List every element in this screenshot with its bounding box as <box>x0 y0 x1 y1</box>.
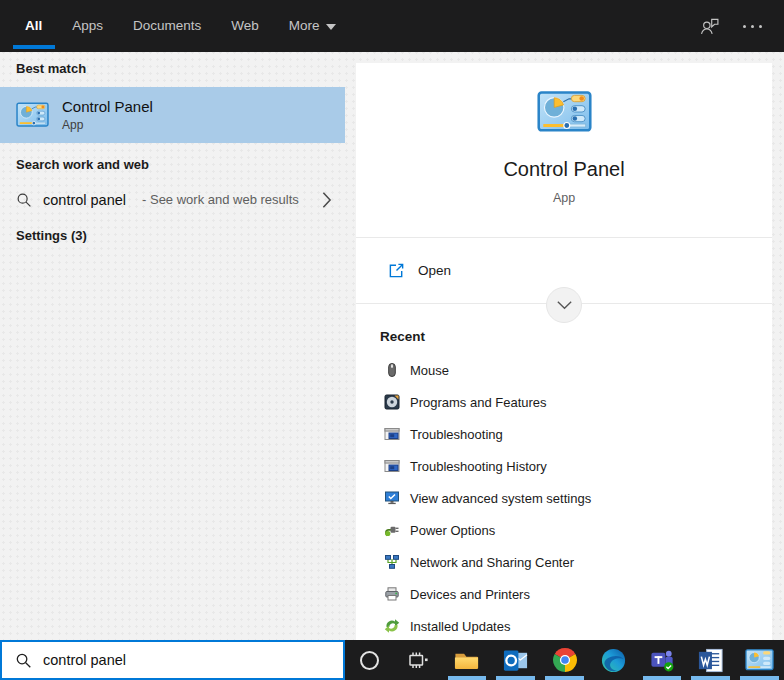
recent-item-power-options[interactable]: Power Options <box>356 514 772 546</box>
devices-and-printers-icon <box>384 586 400 602</box>
recent-list: Mouse Programs and Features Troubleshoot… <box>356 354 772 640</box>
search-input[interactable] <box>43 652 343 668</box>
search-icon <box>15 652 32 669</box>
programs-and-features-icon <box>384 394 400 410</box>
recent-item-installed-updates[interactable]: Installed Updates <box>356 610 772 640</box>
taskbar-task-view-button[interactable] <box>394 640 443 680</box>
web-search-hint: - See work and web results <box>142 192 299 207</box>
best-match-title: Control Panel <box>62 98 153 115</box>
recent-item-mouse[interactable]: Mouse <box>356 354 772 386</box>
tab-apps[interactable]: Apps <box>72 0 103 52</box>
outlook-icon <box>502 647 529 674</box>
taskbar-control-panel-button[interactable] <box>735 640 784 680</box>
chevron-right-icon[interactable] <box>321 191 332 209</box>
control-panel-icon <box>745 648 774 672</box>
ellipsis-icon[interactable] <box>743 25 762 28</box>
mouse-icon <box>384 362 400 378</box>
taskbar-teams-button[interactable] <box>638 640 687 680</box>
topbar-actions <box>698 15 784 37</box>
settings-header: Settings (3) <box>16 228 87 243</box>
control-panel-icon <box>537 89 592 135</box>
search-filter-bar: All Apps Documents Web More <box>0 0 784 52</box>
chevron-down-icon <box>556 300 573 310</box>
taskbar-word-button[interactable] <box>686 640 735 680</box>
taskbar-cortana-button[interactable] <box>345 640 394 680</box>
taskbar-outlook-button[interactable] <box>491 640 540 680</box>
control-panel-icon <box>16 101 49 129</box>
network-sharing-center-icon <box>384 554 400 570</box>
taskbar-edge-button[interactable] <box>589 640 638 680</box>
best-match-header: Best match <box>16 61 86 76</box>
preview-title: Control Panel <box>503 158 624 181</box>
task-view-icon <box>406 648 430 672</box>
recent-item-network-sharing-center[interactable]: Network and Sharing Center <box>356 546 772 578</box>
cortana-icon <box>360 651 379 670</box>
filter-tabs: All Apps Documents Web More <box>0 0 336 52</box>
preview-hero: Control Panel App <box>356 63 772 238</box>
tab-documents[interactable]: Documents <box>133 0 201 52</box>
recent-item-advanced-system-settings[interactable]: View advanced system settings <box>356 482 772 514</box>
word-icon <box>697 647 724 674</box>
installed-updates-icon <box>384 618 400 634</box>
tab-more[interactable]: More <box>289 0 336 52</box>
tab-all[interactable]: All <box>25 0 42 52</box>
taskbar <box>345 640 784 680</box>
open-icon <box>388 262 405 279</box>
best-match-result[interactable]: Control Panel App <box>0 87 345 143</box>
search-icon <box>16 192 32 208</box>
taskbar-chrome-button[interactable] <box>540 640 589 680</box>
troubleshooting-icon <box>384 426 400 442</box>
tab-web[interactable]: Web <box>231 0 259 52</box>
power-options-icon <box>384 522 400 538</box>
web-search-header: Search work and web <box>16 157 149 172</box>
recent-item-programs-and-features[interactable]: Programs and Features <box>356 386 772 418</box>
edge-icon <box>600 647 627 674</box>
windows-search-flyout: { "topbar": { "tabs": [ {"label": "All",… <box>0 0 784 680</box>
taskbar-search-box <box>0 640 345 680</box>
troubleshooting-history-icon <box>384 458 400 474</box>
chevron-down-icon <box>326 24 336 30</box>
open-label: Open <box>418 263 451 278</box>
feedback-icon[interactable] <box>698 15 721 37</box>
expand-button[interactable] <box>546 287 582 323</box>
recent-item-troubleshooting[interactable]: Troubleshooting <box>356 418 772 450</box>
preview-panel: Control Panel App Open Recent Mouse <box>356 63 772 640</box>
taskbar-file-explorer-button[interactable] <box>443 640 492 680</box>
advanced-system-settings-icon <box>384 490 400 506</box>
web-search-result[interactable]: control panel - See work and web results <box>0 181 345 218</box>
chrome-icon <box>552 647 578 673</box>
teams-icon <box>649 647 676 674</box>
preview-subtitle: App <box>553 191 575 205</box>
recent-item-troubleshooting-history[interactable]: Troubleshooting History <box>356 450 772 482</box>
file-explorer-icon <box>453 647 480 674</box>
recent-header: Recent <box>380 329 425 344</box>
recent-item-devices-and-printers[interactable]: Devices and Printers <box>356 578 772 610</box>
best-match-subtitle: App <box>62 118 153 132</box>
web-search-query: control panel <box>43 192 126 208</box>
